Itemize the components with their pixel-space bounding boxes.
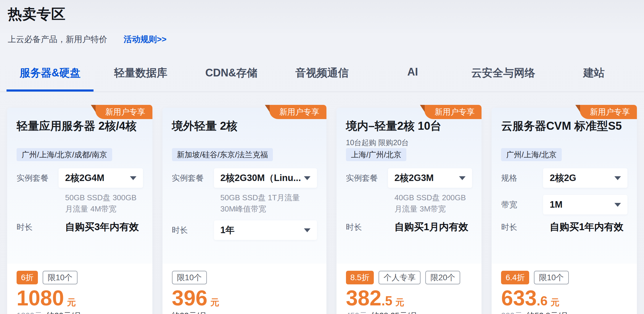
instance-plan-select[interactable]: 2核2G3M <box>388 168 472 188</box>
card-config-section: 轻量应用服务器 2核/4核 广州/上海/北京/成都/南京 实例套餐 2核2G4M… <box>7 108 152 264</box>
duration-select[interactable]: 1年 <box>214 220 317 240</box>
product-card-overseas-lighthouse: 新用户专享 境外轻量 2核 新加坡/硅谷/东京/法兰克福 实例套餐 2核2G30… <box>162 108 326 314</box>
page-title: 热卖专区 <box>8 5 636 24</box>
product-cards: 新用户专享 轻量应用服务器 2核/4核 广州/上海/北京/成都/南京 实例套餐 … <box>0 108 644 314</box>
tab-cdn-storage[interactable]: CDN&存储 <box>186 66 277 92</box>
row-label: 实例套餐 <box>17 173 59 183</box>
row-label: 时长 <box>172 225 214 236</box>
monthly-price: 约30元/月 <box>46 312 82 314</box>
page-header: 热卖专区 上云必备产品，新用户特价 活动规则>> <box>0 0 644 45</box>
card-config-section: 境内–轻量2核 10台 10台起购 限购20台 上海/广州/北京 实例套餐 2核… <box>337 108 482 264</box>
plan-description: 50GB SSD盘 1T月流量 30M峰值带宽 <box>220 192 317 214</box>
new-user-ribbon: 新用户专享 <box>424 105 482 119</box>
monthly-price: 约52.8元/月 <box>527 312 568 314</box>
ribbon-label: 新用户专享 <box>434 108 474 116</box>
limit-badge: 限10个 <box>172 271 207 284</box>
row-label: 时长 <box>17 222 59 233</box>
ribbon-label: 新用户专享 <box>105 108 145 116</box>
bandwidth-select[interactable]: 1M <box>543 195 627 214</box>
discount-badge: 6折 <box>17 271 38 284</box>
original-price: 450元 <box>346 312 367 314</box>
price: 633 .6 元 <box>501 289 627 309</box>
limit-badge: 限20个 <box>425 271 460 284</box>
category-tabs: 服务器&硬盘 轻量数据库 CDN&存储 音视频通信 AI 云安全与网络 建站 <box>0 66 644 92</box>
row-label: 带宽 <box>501 199 543 210</box>
tabs-divider <box>0 92 644 92</box>
card-config-section: 境外轻量 2核 新加坡/硅谷/东京/法兰克福 实例套餐 2核2G30M（Linu… <box>162 108 326 264</box>
chevron-down-icon <box>459 176 466 180</box>
original-price: 1800元 <box>17 312 42 314</box>
row-label: 时长 <box>346 222 388 233</box>
row-label: 实例套餐 <box>172 173 214 183</box>
limit-badge: 限10个 <box>534 271 569 284</box>
row-label: 规格 <box>501 173 543 183</box>
card-price-section: 限10个 396 元 约33元/月 <box>162 264 326 314</box>
chevron-down-icon <box>130 176 136 180</box>
region-tag: 上海/广州/北京 <box>346 148 406 161</box>
instance-plan-select[interactable]: 2核2G30M（Linu... <box>214 168 317 188</box>
discount-badge: 8.5折 <box>346 271 374 284</box>
price: 396 元 <box>172 289 317 309</box>
plan-description: 50GB SSD盘 300GB月流量 4M带宽 <box>65 192 143 214</box>
tab-site-building[interactable]: 建站 <box>549 66 639 92</box>
card-price-section: 6折 限10个 1080 元 1800元 约30元/月 <box>7 264 152 314</box>
chevron-down-icon <box>304 176 310 180</box>
card-title: 境外轻量 2核 <box>172 118 317 134</box>
discount-badge: 6.4折 <box>501 271 529 284</box>
instance-plan-select[interactable]: 2核2G4M <box>59 168 143 188</box>
monthly-price: 约33元/月 <box>172 312 207 314</box>
new-user-ribbon: 新用户专享 <box>95 105 152 119</box>
spec-select[interactable]: 2核2G <box>543 168 627 188</box>
personal-badge: 个人专享 <box>379 271 421 284</box>
row-label: 实例套餐 <box>346 173 388 183</box>
new-user-ribbon: 新用户专享 <box>580 105 637 119</box>
product-card-domestic-lighthouse-bundle: 新用户专享 境内–轻量2核 10台 10台起购 限购20台 上海/广州/北京 实… <box>337 108 482 314</box>
card-title: 轻量应用服务器 2核/4核 <box>17 118 143 134</box>
card-price-section: 6.4折 限10个 633 .6 元 990元 约52.8元/月 <box>492 264 637 314</box>
new-user-ribbon: 新用户专享 <box>269 105 326 119</box>
card-title: 境内–轻量2核 10台 <box>346 118 472 134</box>
tab-server-disk[interactable]: 服务器&硬盘 <box>5 66 95 92</box>
row-label: 时长 <box>501 222 543 233</box>
tab-security-network[interactable]: 云安全与网络 <box>458 66 548 92</box>
tab-ai[interactable]: AI <box>367 66 458 92</box>
price: 382 .5 元 <box>346 289 472 309</box>
page-subtitle: 上云必备产品，新用户特价 <box>8 34 107 45</box>
price: 1080 元 <box>17 289 143 309</box>
region-tag: 广州/上海/北京/成都/南京 <box>17 148 112 161</box>
region-tag: 广州/上海/北京 <box>501 148 561 161</box>
region-tag: 新加坡/硅谷/东京/法兰克福 <box>172 148 273 161</box>
activity-rules-link[interactable]: 活动规则>> <box>124 34 167 45</box>
tab-audio-video[interactable]: 音视频通信 <box>277 66 367 92</box>
limit-badge: 限10个 <box>43 271 78 284</box>
original-price: 990元 <box>501 312 522 314</box>
card-price-section: 8.5折 个人专享 限20个 382 .5 元 450元 约38.25元/月 <box>337 264 482 314</box>
ribbon-label: 新用户专享 <box>590 108 630 116</box>
card-subtitle: 10台起购 限购20台 <box>346 138 472 148</box>
chevron-down-icon <box>304 228 310 232</box>
product-card-lighthouse: 新用户专享 轻量应用服务器 2核/4核 广州/上海/北京/成都/南京 实例套餐 … <box>7 108 152 314</box>
ribbon-label: 新用户专享 <box>279 108 319 116</box>
monthly-price: 约38.25元/月 <box>371 312 418 314</box>
product-card-cvm-s5: 新用户专享 云服务器CVM 标准型S5 广州/上海/北京 规格 2核2G 带宽 … <box>492 108 637 314</box>
chevron-down-icon <box>614 176 621 180</box>
card-title: 云服务器CVM 标准型S5 <box>501 118 627 134</box>
duration-value: 自购买1月内有效 <box>388 220 468 234</box>
chevron-down-icon <box>614 203 621 207</box>
duration-value: 自购买1年内有效 <box>543 220 623 234</box>
plan-description: 40GB SSD盘 200GB月流量 3M带宽 <box>395 192 472 214</box>
duration-value: 自购买3年内有效 <box>59 220 139 234</box>
card-config-section: 云服务器CVM 标准型S5 广州/上海/北京 规格 2核2G 带宽 1M <box>492 108 637 264</box>
tab-lite-database[interactable]: 轻量数据库 <box>95 66 186 92</box>
